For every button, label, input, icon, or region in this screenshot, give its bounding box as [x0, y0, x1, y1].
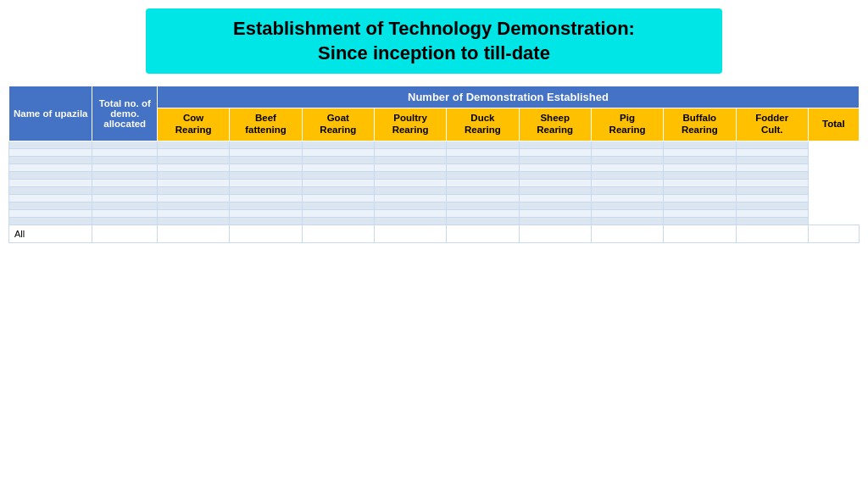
- header-col-4: DuckRearing: [447, 108, 519, 141]
- table-cell: [519, 148, 591, 156]
- table-cell: [92, 202, 158, 209]
- table-cell: [230, 194, 302, 202]
- table-cell: [591, 194, 663, 202]
- table-cell: [736, 179, 808, 186]
- all-row-cell: [664, 225, 736, 242]
- table-cell: [736, 209, 808, 217]
- table-cell: [92, 186, 158, 194]
- all-row-cell: [808, 225, 859, 242]
- table-cell: [374, 156, 446, 164]
- table-cell: [374, 194, 446, 202]
- all-row-cell: [374, 225, 446, 242]
- all-row-cell: [302, 225, 374, 242]
- header-col-8: FodderCult.: [736, 108, 808, 141]
- table-cell: [9, 186, 92, 194]
- table-cell: [302, 156, 374, 164]
- table-cell: [736, 171, 808, 179]
- table-cell: [230, 171, 302, 179]
- table-cell: [158, 202, 230, 209]
- table-cell: [302, 141, 374, 148]
- table-cell: [374, 164, 446, 171]
- all-row-cell: [158, 225, 230, 242]
- title-line2: Since inception to till-date: [318, 42, 550, 64]
- table-cell: [374, 217, 446, 225]
- table-cell: [447, 164, 519, 171]
- table-cell: [664, 209, 736, 217]
- table-cell: [9, 148, 92, 156]
- table-cell: [158, 164, 230, 171]
- table-row: [9, 202, 860, 209]
- table-cell: [591, 179, 663, 186]
- table-cell: [158, 156, 230, 164]
- table-cell: [519, 186, 591, 194]
- table-row: [9, 217, 860, 225]
- table-wrapper: Name of upazila Total no. of demo. alloc…: [8, 86, 860, 243]
- table-cell: [447, 202, 519, 209]
- table-cell: [664, 156, 736, 164]
- table-cell: [519, 171, 591, 179]
- table-cell: [664, 171, 736, 179]
- table-cell: [9, 179, 92, 186]
- table-row: [9, 209, 860, 217]
- table-cell: [230, 148, 302, 156]
- table-cell: [736, 202, 808, 209]
- header-col-1: Beeffattening: [230, 108, 302, 141]
- table-cell: [664, 141, 736, 148]
- table-cell: [519, 217, 591, 225]
- table-cell: [302, 148, 374, 156]
- table-row: [9, 141, 860, 148]
- table-cell: [230, 179, 302, 186]
- table-cell: [9, 194, 92, 202]
- table-cell: [302, 179, 374, 186]
- table-cell: [302, 186, 374, 194]
- table-cell: [664, 186, 736, 194]
- table-cell: [519, 141, 591, 148]
- table-cell: [374, 202, 446, 209]
- title-box: Establishment of Technology Demonstratio…: [146, 8, 722, 74]
- table-cell: [374, 209, 446, 217]
- table-cell: [591, 217, 663, 225]
- table-cell: [92, 148, 158, 156]
- table-cell: [9, 156, 92, 164]
- header-col-3: PoultryRearing: [374, 108, 446, 141]
- table-row: [9, 194, 860, 202]
- table-cell: [302, 194, 374, 202]
- table-cell: [302, 217, 374, 225]
- all-row-cell: [736, 225, 808, 242]
- header-col-5: SheepRearing: [519, 108, 591, 141]
- table-cell: [158, 171, 230, 179]
- table-cell: [230, 186, 302, 194]
- table-cell: [230, 156, 302, 164]
- table-row: [9, 186, 860, 194]
- table-cell: [736, 164, 808, 171]
- table-cell: [664, 179, 736, 186]
- header-name-upazila: Name of upazila: [9, 86, 92, 141]
- table-cell: [591, 186, 663, 194]
- table-cell: [591, 148, 663, 156]
- table-cell: [664, 217, 736, 225]
- page-title: Establishment of Technology Demonstratio…: [171, 17, 697, 65]
- table-cell: [519, 156, 591, 164]
- all-row-cell: [591, 225, 663, 242]
- table-cell: [591, 156, 663, 164]
- table-cell: [230, 217, 302, 225]
- header-col-9: Total: [808, 108, 859, 141]
- table-cell: [447, 186, 519, 194]
- table-cell: [158, 194, 230, 202]
- table-cell: [519, 179, 591, 186]
- table-cell: [92, 171, 158, 179]
- table-cell: [447, 156, 519, 164]
- table-cell: [92, 164, 158, 171]
- table-cell: [92, 217, 158, 225]
- header-col-7: BuffaloRearing: [664, 108, 736, 141]
- table-cell: [736, 186, 808, 194]
- all-row-cell: [519, 225, 591, 242]
- table-row: [9, 148, 860, 156]
- table-cell: [591, 209, 663, 217]
- table-cell: [92, 156, 158, 164]
- table-cell: [158, 217, 230, 225]
- table-cell: [447, 148, 519, 156]
- table-cell: [664, 194, 736, 202]
- table-cell: [374, 186, 446, 194]
- table-cell: [9, 209, 92, 217]
